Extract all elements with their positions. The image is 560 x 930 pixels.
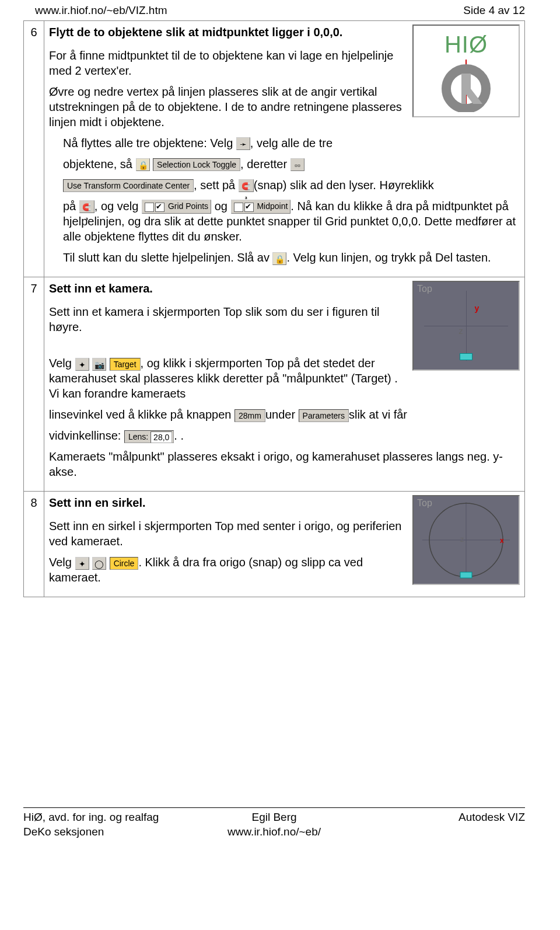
- midpoint-option: Midpoint: [231, 200, 291, 214]
- step7-p5: Kameraets "målpunkt" plasseres eksakt i …: [49, 449, 520, 479]
- content: 6 HIØ Flytt de to objektene slik at midt…: [0, 20, 560, 598]
- snap-3d-icon: 🧲³: [79, 200, 94, 213]
- svg-text:x: x: [500, 537, 504, 545]
- step7-p4: vidvinkellinse: Lens: 28,0 . .: [49, 428, 520, 443]
- svg-text:z: z: [460, 535, 464, 544]
- step6-p3-line4: på 🧲³, og velg Grid Points og Midpoint. …: [63, 198, 520, 245]
- lock-icon: 🔒: [272, 252, 286, 265]
- txt: linsevinkel ved å klikke på knappen: [49, 408, 231, 421]
- footer-center: Egil Berg www.ir.hiof.no/~eb/: [191, 810, 358, 839]
- txt: objektene, så: [63, 158, 132, 170]
- footer-left-2: DeKo seksjonen: [23, 825, 104, 838]
- txt: , deretter: [240, 158, 287, 170]
- txt: vidvinkellinse:: [49, 429, 121, 442]
- lock-icon: 🔒: [136, 158, 150, 171]
- viewport-label: Top: [417, 283, 432, 295]
- txt: , velg alle de tre: [250, 137, 332, 149]
- create-tool-icon: ✦: [75, 557, 89, 570]
- camera-category-icon: 📷: [92, 358, 106, 371]
- axis-y-label: y: [474, 303, 479, 314]
- step8-preview-image: Top x z: [412, 495, 520, 585]
- target-camera-button: Target: [110, 358, 141, 371]
- txt: Velg: [49, 556, 72, 569]
- select-tool-icon: ➛: [236, 137, 250, 150]
- step7-p3: linsevinkel ved å klikke på knappen 28mm…: [49, 407, 520, 422]
- footer-right-1: Autodesk VIZ: [459, 811, 525, 823]
- txt: , sett på: [194, 179, 235, 191]
- selection-lock-toggle-button: Selection Lock Toggle: [153, 158, 240, 171]
- coord-center-icon: ▫▫: [290, 158, 304, 171]
- txt: (snap) slik ad den lyser. Høyreklikk: [254, 179, 434, 191]
- txt: . Velg kun linjen, og trykk på Del taste…: [286, 251, 491, 264]
- page-footer: HiØ, avd. for ing. og realfag DeKo seksj…: [23, 807, 525, 851]
- lens-label: Lens:: [128, 432, 148, 441]
- step7-preview-image: Top y z: [412, 281, 520, 371]
- step6-preview-image: HIØ: [412, 25, 520, 117]
- footer-mid-2: www.ir.hiof.no/~eb/: [228, 825, 321, 838]
- step-8-cell: Top x z Sett inn en sirkel. Sett inn en …: [44, 492, 525, 597]
- axis-z-label: z: [459, 326, 463, 336]
- step-number: 7: [24, 277, 44, 492]
- header-pageinfo: Side 4 av 12: [463, 4, 525, 18]
- footer-mid-1: Egil Berg: [251, 811, 296, 823]
- txt: og: [215, 200, 228, 213]
- txt: . .: [174, 429, 184, 442]
- step-7-cell: Top y z Sett inn et kamera. Sett inn et …: [44, 277, 525, 492]
- logo-text: HIØ: [444, 29, 488, 60]
- txt: Velg: [49, 357, 72, 370]
- shapes-category-icon: ◯: [92, 557, 106, 570]
- step6-indent-block: Nå flyttes alle tre objektene: Velg ➛, v…: [63, 135, 520, 266]
- grid-points-option: Grid Points: [142, 200, 211, 214]
- footer-right: Autodesk VIZ: [358, 810, 525, 839]
- parameters-rollout-label: Parameters: [299, 409, 349, 422]
- lens-field-group: Lens: 28,0: [124, 430, 174, 443]
- txt: under: [265, 408, 295, 421]
- create-tool-icon: ✦: [75, 358, 89, 371]
- footer-left: HiØ, avd. for ing. og realfag DeKo seksj…: [23, 810, 191, 839]
- step6-p4: Til slutt kan du slette hjelpelinjen. Sl…: [63, 250, 520, 265]
- header-url: www.ir.hiof.no/~eb/VIZ.htm: [35, 4, 167, 18]
- step-6-cell: HIØ Flytt de to objektene slik at midtpu…: [44, 20, 525, 277]
- step-number: 6: [24, 20, 44, 277]
- viewport-label: Top: [417, 497, 432, 510]
- step6-p3-line2: objektene, så 🔒 Selection Lock Toggle, d…: [63, 156, 520, 172]
- txt: Til slutt kan du slette hjelpelinjen. Sl…: [63, 251, 270, 264]
- lens-value-field: 28,0: [150, 431, 172, 443]
- use-transform-coordinate-center-button: Use Transform Coordinate Center: [63, 179, 194, 192]
- footer-left-1: HiØ, avd. for ing. og realfag: [23, 811, 159, 823]
- step-number: 8: [24, 492, 44, 597]
- txt: Nå flyttes alle tre objektene: Velg: [63, 137, 233, 149]
- txt: Midpoint: [257, 201, 288, 211]
- snap-3d-icon: 🧲³: [239, 179, 254, 192]
- step6-p3-line3: Use Transform Coordinate Center, sett på…: [63, 177, 520, 193]
- page-header: www.ir.hiof.no/~eb/VIZ.htm Side 4 av 12: [0, 0, 560, 20]
- svg-rect-7: [460, 572, 472, 578]
- lens-28mm-button: 28mm: [235, 409, 265, 422]
- camera-glyph: [460, 353, 473, 360]
- txt: Grid Points: [168, 201, 208, 211]
- txt: , og velg: [94, 200, 139, 213]
- steps-table: 6 HIØ Flytt de to objektene slik at midt…: [23, 20, 525, 598]
- step6-p3-line1: Nå flyttes alle tre objektene: Velg ➛, v…: [63, 135, 520, 151]
- txt: på: [63, 200, 76, 213]
- circle-shape-button: Circle: [110, 557, 139, 570]
- txt: slik at vi får: [349, 408, 407, 421]
